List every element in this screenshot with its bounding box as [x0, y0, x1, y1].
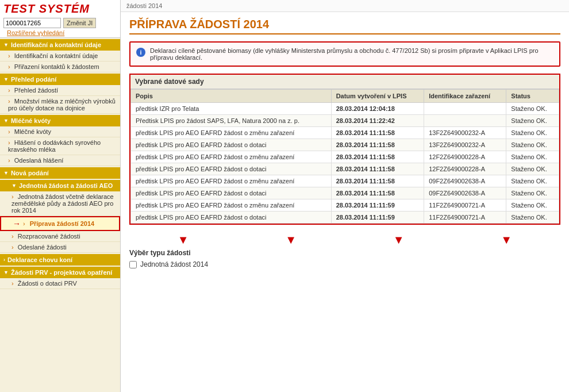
cell-status: Staženo OK. [506, 127, 559, 139]
sidebar-item-mlecne-kvoty[interactable]: › Mléčné kvóty [0, 126, 120, 137]
sidebar-item-priprava-zadosti[interactable]: → › Příprava žádostí 2014 [0, 216, 120, 231]
main-content: PŘÍPRAVA ŽÁDOSTÍ 2014 i Deklaraci cíleně… [121, 12, 569, 274]
table-row: předtisk LPIS pro AEO EAFRD žádost o dot… [131, 187, 559, 199]
section-identifikacni: ▼ Identifikační a kontaktní údaje › Iden… [0, 39, 120, 72]
info-text: Deklaraci cíleně pěstované biomasy (dle … [150, 47, 553, 61]
cell-status: Staženo OK. [506, 175, 559, 187]
chevron-right-icon: › [3, 257, 5, 263]
chevron-down-icon: ▼ [11, 183, 17, 189]
col-header-identifikace: Identifikace zařazení [424, 90, 506, 103]
col-header-status: Status [506, 90, 559, 103]
col-header-datum: Datum vytvoření v LPIS [331, 90, 424, 103]
section-label-identifikacni: Identifikační a kontaktní údaje [11, 41, 101, 48]
section-title-mlecne-kvoty[interactable]: ▼ Mléčné kvóty [0, 115, 120, 126]
id-input[interactable] [3, 18, 61, 28]
cell-datum: 28.03.2014 12:04:18 [331, 103, 424, 115]
cell-datum: 28.03.2014 11:11:58 [331, 163, 424, 175]
cell-datum: 28.03.2014 11:11:58 [331, 151, 424, 163]
sidebar-item-jednotna-vcetne[interactable]: › Jednotná žádost včetně deklarace zeměd… [0, 191, 120, 216]
cell-identifikace: 11F2Z649000721-A [424, 199, 506, 212]
info-box: i Deklaraci cíleně pěstované biomasy (dl… [129, 41, 560, 67]
sidebar-item-odeslane-zadosti[interactable]: › Odeslané žádosti [0, 242, 120, 253]
section-label-deklarace-chovu: Deklarace chovu koní [7, 256, 72, 263]
down-arrow-2: ▼ [285, 234, 297, 245]
cell-datum: 28.03.2014 11:11:58 [331, 127, 424, 139]
cell-popis: předtisk LPIS pro AEO EAFRD žádost o změ… [131, 151, 332, 163]
cell-popis: předtisk IZR pro Telata [131, 103, 332, 115]
arrow-icon: › [8, 157, 10, 164]
section-label-mlecne-kvoty: Mléčné kvóty [11, 117, 51, 124]
sidebar-item-identifikacni-udaje[interactable]: › Identifikační a kontaktní údaje [0, 51, 120, 62]
data-box-title: Vybrané datové sady [130, 75, 559, 89]
section-label-jednotna-zadost: Jednotná žádost a žádosti AEO [19, 182, 113, 189]
section-title-nova-podani[interactable]: ▼ Nová podání [0, 167, 120, 179]
main-content-area: žádosti 2014 PŘÍPRAVA ŽÁDOSTÍ 2014 i Dek… [121, 0, 569, 392]
test-system-label: TEST SYSTÉM [3, 2, 117, 16]
cell-identifikace: 09F2Z649002638-A [424, 187, 506, 199]
section-title-prehled-podani[interactable]: ▼ Přehled podání [0, 74, 120, 85]
section-label-zadosti-prv: Žádosti PRV - projektová opatření [11, 269, 112, 276]
right-arrow-icon: → [13, 219, 21, 228]
selection-item: Jednotná žádost 2014 [129, 260, 560, 268]
sidebar-item-prehled-zadosti[interactable]: › Přehled žádostí [0, 85, 120, 96]
sidebar-item-rozpracovane-zadosti[interactable]: › Rozpracované žádosti [0, 231, 120, 242]
section-zadosti-prv: ▼ Žádosti PRV - projektová opatření › Žá… [0, 267, 120, 289]
section-jednotna-zadost: ▼ Jednotná žádost a žádosti AEO › Jednot… [0, 180, 120, 253]
cell-status: Staženo OK. [506, 163, 559, 175]
cell-status: Staženo OK. [506, 212, 559, 224]
arrow-icon: › [23, 220, 25, 227]
cell-identifikace [424, 103, 506, 115]
cell-popis: předtisk LPIS pro AEO EAFRD žádost o dot… [131, 187, 332, 199]
cell-popis: předtisk LPIS pro AEO EAFRD žádost o změ… [131, 175, 332, 187]
cell-status: Staženo OK. [506, 115, 559, 127]
cell-identifikace: 13F2Z649000232-A [424, 127, 506, 139]
advanced-search-link[interactable]: Rozšířené vyhledání [3, 29, 117, 36]
sidebar-item-prirazeni-kontaktu[interactable]: › Přiřazení kontaktů k žádostem [0, 62, 120, 72]
table-row: Předtisk LPIS pro žádost SAPS, LFA, Natu… [131, 115, 559, 127]
down-arrow-4: ▼ [501, 234, 512, 245]
table-row: předtisk LPIS pro AEO EAFRD žádost o dot… [131, 163, 559, 175]
section-deklarace-chovu: › Deklarace chovu koní [0, 254, 120, 266]
section-title-identifikacni[interactable]: ▼ Identifikační a kontaktní údaje [0, 39, 120, 51]
change-button[interactable]: Změnit JI [63, 18, 96, 28]
sidebar-item-zadosti-dotaci-prv[interactable]: › Žádosti o dotaci PRV [0, 278, 120, 289]
table-row: předtisk LPIS pro AEO EAFRD žádost o změ… [131, 127, 559, 139]
arrow-icon: › [11, 280, 14, 287]
sidebar-item-odeslana-hlaseni[interactable]: › Odeslaná hlášení [0, 155, 120, 166]
arrow-icon: › [11, 193, 14, 200]
cell-identifikace: 12F2Z649000228-A [424, 151, 506, 163]
sidebar-item-hlaseni-dodavkach[interactable]: › Hlášení o dodávkách syrového kravského… [0, 137, 120, 155]
selection-item-label: Jednotná žádost 2014 [140, 260, 208, 268]
chevron-down-icon: ▼ [3, 270, 9, 275]
arrow-icon: › [11, 233, 14, 240]
section-title-deklarace-chovu[interactable]: › Deklarace chovu koní [0, 254, 120, 266]
chevron-down-icon: ▼ [3, 170, 9, 176]
section-title-jednotna-zadost[interactable]: ▼ Jednotná žádost a žádosti AEO [0, 180, 120, 191]
section-label-nova-podani: Nová podání [11, 170, 49, 176]
selection-checkbox[interactable] [129, 261, 137, 268]
cell-identifikace: 11F2Z649000721-A [424, 212, 506, 224]
cell-datum: 28.03.2014 11:11:59 [331, 212, 424, 224]
down-arrow-1: ▼ [178, 234, 189, 245]
section-label-prehled-podani: Přehled podání [11, 76, 56, 83]
arrow-row: ▼ ▼ ▼ ▼ [129, 233, 560, 247]
arrow-icon: › [8, 87, 10, 94]
table-row: předtisk LPIS pro AEO EAFRD žádost o změ… [131, 151, 559, 163]
cell-status: Staženo OK. [506, 187, 559, 199]
sidebar-item-mnozstvi-mleka[interactable]: › Množství mléka z mléčných výrobků pro … [0, 96, 120, 114]
table-row: předtisk LPIS pro AEO EAFRD žádost o změ… [131, 175, 559, 187]
sidebar-search-row: Změnit JI [3, 18, 117, 28]
cell-status: Staženo OK. [506, 103, 559, 115]
cell-identifikace: 09F2Z649002638-A [424, 175, 506, 187]
col-header-popis: Popis [131, 90, 332, 103]
cell-popis: Předtisk LPIS pro žádost SAPS, LFA, Natu… [131, 115, 332, 127]
chevron-down-icon: ▼ [3, 42, 9, 48]
selection-title: Výběr typu žádosti [129, 249, 560, 257]
data-box: Vybrané datové sady Popis Datum vytvořen… [129, 74, 560, 225]
chevron-down-icon: ▼ [3, 76, 9, 82]
cell-datum: 28.03.2014 11:11:58 [331, 175, 424, 187]
sidebar-header: TEST SYSTÉM Změnit JI Rozšířené vyhledán… [0, 0, 120, 38]
section-title-zadosti-prv[interactable]: ▼ Žádosti PRV - projektová opatření [0, 267, 120, 278]
info-icon: i [136, 48, 145, 57]
cell-identifikace: 12F2Z649000228-A [424, 163, 506, 175]
